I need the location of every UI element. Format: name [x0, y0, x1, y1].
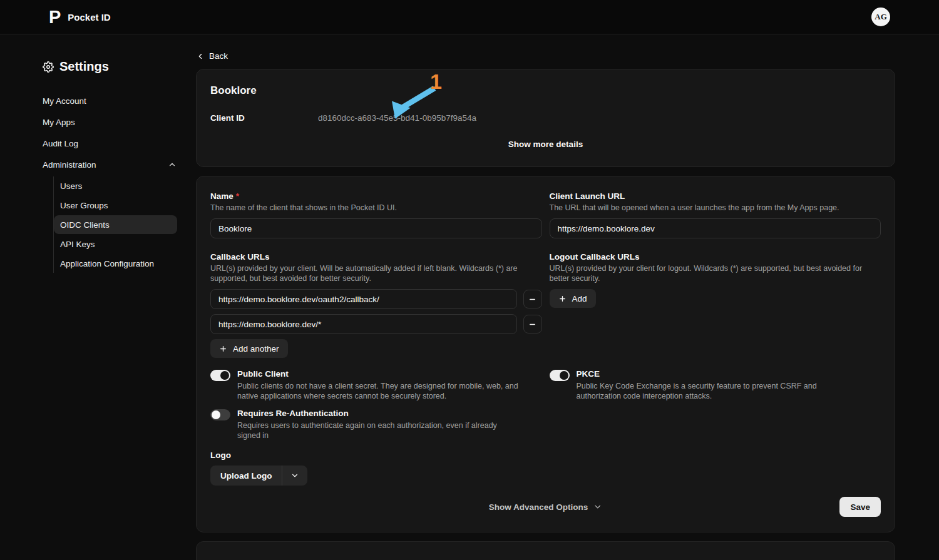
launch-url-field-group: Client Launch URL The URL that will be o…: [550, 191, 881, 238]
settings-header: Settings: [43, 59, 196, 74]
launch-url-input[interactable]: [550, 218, 881, 238]
allowed-user-groups-card: Allowed User Groups: [196, 541, 895, 560]
sidebar-item-application-configuration[interactable]: Application Configuration: [54, 254, 177, 273]
public-client-toggle[interactable]: [210, 370, 230, 381]
callback-url-row: [210, 289, 542, 309]
requires-reauth-description: Requires users to authenticate again on …: [237, 420, 522, 440]
name-field-group: Name * The name of the client that shows…: [210, 191, 542, 238]
name-input[interactable]: [210, 218, 542, 238]
upload-logo-menu-button[interactable]: [282, 466, 307, 486]
client-id-value: d8160dcc-a683-45e5-bd41-0b95b7f9a54a: [318, 113, 476, 123]
logo-group: Logo Upload Logo: [210, 451, 881, 486]
remove-callback-url-button[interactable]: [523, 290, 542, 308]
avatar[interactable]: AG: [871, 8, 890, 26]
sidebar-item-my-account[interactable]: My Account: [43, 90, 178, 111]
callback-url-input-1[interactable]: [210, 289, 517, 309]
chevron-down-icon: [290, 471, 299, 480]
sidebar-item-my-apps[interactable]: My Apps: [43, 111, 178, 133]
logout-callback-urls-group: Logout Callback URLs URL(s) provided by …: [550, 252, 881, 358]
pkce-label: PKCE: [577, 369, 600, 379]
save-button[interactable]: Save: [839, 497, 881, 517]
gear-icon: [43, 61, 54, 73]
show-advanced-options-button[interactable]: Show Advanced Options: [489, 502, 603, 512]
callback-urls-label: Callback URLs: [210, 252, 270, 262]
sidebar-item-audit-log[interactable]: Audit Log: [43, 133, 178, 154]
settings-title: Settings: [59, 59, 109, 74]
required-marker: *: [236, 191, 239, 201]
client-overview-card: Booklore Client ID d8160dcc-a683-45e5-bd…: [196, 69, 895, 167]
plus-icon: [219, 345, 227, 353]
avatar-initials: AG: [875, 12, 887, 22]
form-footer: Show Advanced Options Save: [210, 497, 881, 517]
client-title: Booklore: [210, 84, 881, 97]
requires-reauth-label: Requires Re-Authentication: [237, 409, 349, 418]
logo-label: Logo: [210, 451, 231, 460]
add-another-callback-button[interactable]: Add another: [210, 339, 288, 358]
callback-url-row: [210, 314, 542, 334]
sidebar-item-api-keys[interactable]: API Keys: [54, 235, 177, 253]
sidebar-item-oidc-clients[interactable]: OIDC Clients: [54, 215, 177, 234]
upload-logo-split-button: Upload Logo: [210, 466, 307, 486]
launch-url-label: Client Launch URL: [550, 191, 625, 201]
requires-reauth-toggle[interactable]: [210, 409, 230, 420]
callback-url-input-2[interactable]: [210, 314, 517, 334]
sidebar-item-administration[interactable]: Administration: [43, 154, 178, 175]
name-label: Name: [210, 191, 233, 201]
upload-logo-button[interactable]: Upload Logo: [210, 466, 282, 486]
client-form-card: Name * The name of the client that shows…: [196, 176, 895, 532]
sidebar-item-users[interactable]: Users: [54, 176, 177, 195]
administration-subnav: Users User Groups OIDC Clients API Keys …: [53, 176, 177, 273]
add-logout-callback-button[interactable]: Add: [550, 289, 596, 308]
name-description: The name of the client that shows in the…: [210, 203, 542, 213]
brand-name: Pocket ID: [68, 12, 110, 23]
minus-icon: [528, 295, 536, 303]
pkce-description: Public Key Code Exchange is a security f…: [577, 381, 861, 401]
pkce-toggle[interactable]: [550, 370, 570, 381]
sidebar-nav: My Account My Apps Audit Log Administrat…: [43, 90, 178, 273]
callback-urls-description: URL(s) provided by your client. Will be …: [210, 263, 542, 283]
brand[interactable]: P Pocket ID: [49, 8, 111, 26]
minus-icon: [528, 320, 536, 328]
client-id-label: Client ID: [210, 113, 318, 123]
topbar: P Pocket ID AG: [0, 0, 939, 34]
pocket-id-logo-icon: P: [49, 8, 60, 26]
chevron-down-icon: [593, 502, 602, 512]
client-id-row: Client ID d8160dcc-a683-45e5-bd41-0b95b7…: [210, 113, 881, 123]
remove-callback-url-button[interactable]: [523, 315, 542, 333]
logout-callback-urls-description: URL(s) provided by your client for logou…: [550, 263, 881, 283]
main-content: Back Booklore Client ID d8160dcc-a683-45…: [196, 34, 895, 560]
show-more-details-button[interactable]: Show more details: [210, 140, 881, 149]
plus-icon: [558, 295, 567, 303]
callback-urls-group: Callback URLs URL(s) provided by your cl…: [210, 252, 542, 358]
logout-callback-urls-label: Logout Callback URLs: [550, 252, 640, 262]
chevron-up-icon: [168, 160, 177, 169]
public-client-row: Public Client Public clients do not have…: [210, 369, 542, 401]
requires-reauth-row: Requires Re-Authentication Requires user…: [210, 409, 542, 440]
sidebar: Settings My Account My Apps Audit Log Ad…: [0, 34, 196, 560]
chevron-left-icon: [196, 52, 205, 61]
launch-url-description: The URL that will be opened when a user …: [550, 203, 881, 213]
back-button[interactable]: Back: [196, 51, 233, 61]
pkce-row: PKCE Public Key Code Exchange is a secur…: [550, 369, 881, 401]
sidebar-item-user-groups[interactable]: User Groups: [54, 196, 177, 215]
public-client-description: Public clients do not have a client secr…: [237, 381, 522, 401]
public-client-label: Public Client: [237, 369, 289, 379]
